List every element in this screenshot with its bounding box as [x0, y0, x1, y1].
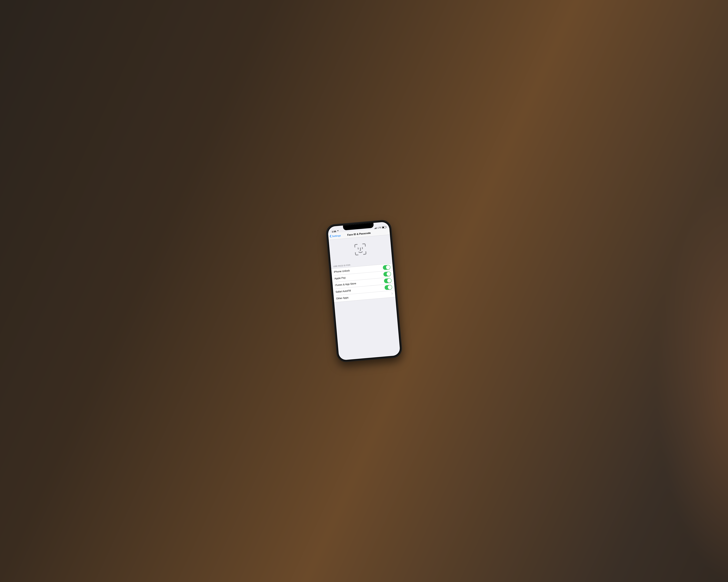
row-label: Other Apps [336, 296, 348, 300]
face-id-icon [354, 243, 367, 257]
back-label: Settings [332, 234, 341, 238]
back-button[interactable]: Settings [329, 232, 341, 240]
row-label: iPhone Unlock [334, 269, 350, 273]
disclosure-indicator [391, 292, 393, 295]
toggle-apple-pay[interactable] [383, 271, 391, 277]
toggle-safari-autofill[interactable] [384, 285, 392, 290]
chevron-right-icon [391, 292, 393, 295]
settings-group-use-face-id: iPhone Unlock Apple Pay iTunes & App Sto… [331, 264, 395, 302]
svg-line-0 [358, 248, 358, 249]
page-title: Face ID & Passcode [347, 231, 371, 237]
row-label: iTunes & App Store [335, 282, 356, 287]
toggle-iphone-unlock[interactable] [383, 265, 391, 270]
chevron-left-icon [329, 235, 331, 239]
iphone-device-frame: 1:56 LTE [325, 219, 402, 363]
status-time: 1:56 [332, 230, 336, 233]
network-type-label: LTE [378, 226, 381, 229]
svg-line-1 [362, 248, 363, 249]
iphone-screen: 1:56 LTE [328, 221, 400, 360]
cellular-signal-icon [374, 227, 377, 229]
row-label: Safari AutoFill [335, 289, 351, 294]
toggle-itunes-app-store[interactable] [384, 278, 392, 283]
row-label: Apple Pay [334, 276, 346, 280]
battery-icon [382, 226, 386, 228]
location-services-icon [337, 230, 339, 232]
